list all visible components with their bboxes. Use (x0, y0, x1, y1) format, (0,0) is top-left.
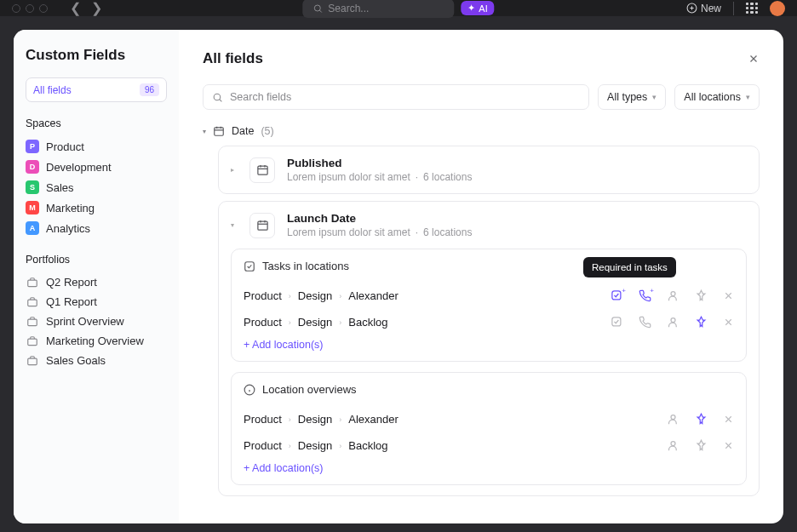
new-button[interactable]: New (686, 3, 721, 14)
sidebar-space-item[interactable]: DDevelopment (26, 157, 167, 177)
tasks-panel: Tasks in locations Product›Design›Alexan… (231, 249, 747, 362)
forward-button[interactable]: ❯ (91, 0, 102, 16)
svg-rect-8 (28, 339, 37, 346)
svg-rect-22 (257, 221, 267, 230)
svg-line-13 (220, 99, 222, 101)
pin-icon[interactable] (695, 289, 708, 302)
titlebar: ❮ ❯ Search... ✦ AI New (0, 0, 797, 16)
svg-point-38 (671, 415, 675, 420)
svg-line-1 (319, 10, 322, 13)
chevron-down-icon: ▾ (231, 221, 238, 229)
phone-icon[interactable] (639, 316, 651, 329)
sidebar: Custom Fields All fields 96 Spaces PProd… (14, 30, 179, 523)
portfolios-label: Portfolios (26, 254, 167, 266)
apps-icon[interactable] (746, 3, 758, 14)
sidebar-space-item[interactable]: MMarketing (26, 197, 167, 218)
sidebar-space-item[interactable]: PProduct (26, 136, 167, 157)
svg-point-32 (671, 318, 675, 323)
svg-rect-14 (215, 128, 224, 135)
location-row: Product›Design›Alexander Required in tas… (244, 283, 734, 309)
calendar-icon (213, 125, 225, 137)
add-location-button[interactable]: + Add location(s) (244, 335, 734, 351)
chevron-down-icon: ▾ (652, 93, 657, 101)
sidebar-space-item[interactable]: AAnalytics (26, 218, 167, 238)
svg-point-0 (314, 5, 320, 11)
sidebar-space-item[interactable]: SSales (26, 177, 167, 197)
pin-icon[interactable] (695, 316, 708, 329)
spaces-label: Spaces (26, 117, 167, 129)
svg-rect-9 (28, 358, 37, 365)
field-card-published[interactable]: ▸ Published Lorem ipsum dolor sit amet·6… (218, 146, 760, 194)
phone-icon[interactable]: + (639, 289, 651, 302)
calendar-icon (249, 213, 275, 238)
svg-rect-7 (28, 319, 37, 326)
svg-point-12 (214, 94, 221, 100)
breadcrumb[interactable]: Product›Design›Alexander (244, 413, 398, 426)
overviews-panel: Location overviews Product›Design›Alexan… (231, 372, 747, 485)
close-icon[interactable] (723, 317, 734, 328)
svg-rect-5 (28, 280, 37, 287)
sidebar-portfolio-item[interactable]: Marketing Overview (26, 331, 167, 351)
search-icon (212, 92, 223, 103)
sidebar-portfolio-item[interactable]: Q2 Report (26, 272, 167, 292)
pin-icon[interactable] (695, 439, 708, 452)
sidebar-portfolio-item[interactable]: Sales Goals (26, 351, 167, 370)
ai-button[interactable]: ✦ AI (461, 1, 494, 15)
group-header[interactable]: ▾ Date (5) (203, 125, 760, 137)
tooltip: Required in tasks (583, 257, 676, 277)
svg-rect-27 (612, 291, 621, 300)
pin-icon[interactable] (695, 413, 708, 426)
location-row: Product›Design›Backlog (244, 309, 734, 335)
svg-rect-6 (28, 300, 37, 306)
location-row: Product›Design›Alexander (244, 406, 734, 432)
info-icon (244, 384, 255, 396)
breadcrumb[interactable]: Product›Design›Alexander (244, 289, 398, 302)
checkbox-icon (244, 260, 255, 272)
close-icon[interactable] (723, 290, 734, 301)
field-title: Published (287, 157, 472, 169)
calendar-icon (249, 157, 275, 183)
breadcrumb[interactable]: Product›Design›Backlog (244, 439, 388, 452)
chevron-down-icon: ▾ (203, 128, 206, 135)
locations-dropdown[interactable]: All locations ▾ (674, 84, 760, 110)
required-toggle-icon[interactable] (611, 316, 623, 329)
person-icon[interactable] (667, 316, 679, 329)
add-location-button[interactable]: + Add location(s) (244, 459, 734, 474)
sidebar-portfolio-item[interactable]: Q1 Report (26, 292, 167, 312)
svg-rect-18 (257, 166, 267, 174)
field-card-launch-date[interactable]: ▾ Launch Date Lorem ipsum dolor sit amet… (218, 201, 760, 496)
sidebar-all-fields[interactable]: All fields 96 (26, 77, 167, 102)
person-icon[interactable] (667, 289, 679, 302)
window-controls[interactable] (12, 4, 48, 13)
person-icon[interactable] (667, 413, 679, 426)
required-toggle-icon[interactable]: Required in tasks + (611, 289, 623, 302)
avatar[interactable] (770, 1, 785, 16)
types-dropdown[interactable]: All types ▾ (598, 84, 666, 110)
global-search[interactable]: Search... (302, 0, 454, 18)
close-icon[interactable] (723, 414, 734, 425)
field-title: Launch Date (287, 212, 472, 225)
search-placeholder: Search... (328, 3, 369, 14)
main-panel: All fields Search fields All types ▾ All… (179, 30, 783, 523)
close-icon[interactable] (723, 440, 734, 451)
breadcrumb[interactable]: Product›Design›Backlog (244, 316, 388, 329)
sparkle-icon: ✦ (467, 3, 475, 14)
sidebar-title: Custom Fields (26, 47, 167, 64)
back-button[interactable]: ❮ (70, 0, 81, 16)
person-icon[interactable] (667, 439, 679, 452)
fields-count-badge: 96 (140, 83, 159, 96)
close-icon[interactable] (748, 53, 760, 65)
search-fields-input[interactable]: Search fields (203, 84, 589, 110)
svg-rect-26 (245, 261, 255, 271)
svg-point-41 (671, 442, 675, 446)
location-row: Product›Design›Backlog (244, 432, 734, 459)
page-title: All fields (203, 50, 263, 67)
chevron-right-icon: ▸ (231, 166, 238, 174)
search-icon (312, 3, 323, 14)
chevron-down-icon: ▾ (746, 93, 750, 101)
sidebar-portfolio-item[interactable]: Sprint Overview (26, 312, 167, 331)
svg-point-28 (671, 292, 675, 296)
svg-rect-31 (612, 317, 621, 326)
